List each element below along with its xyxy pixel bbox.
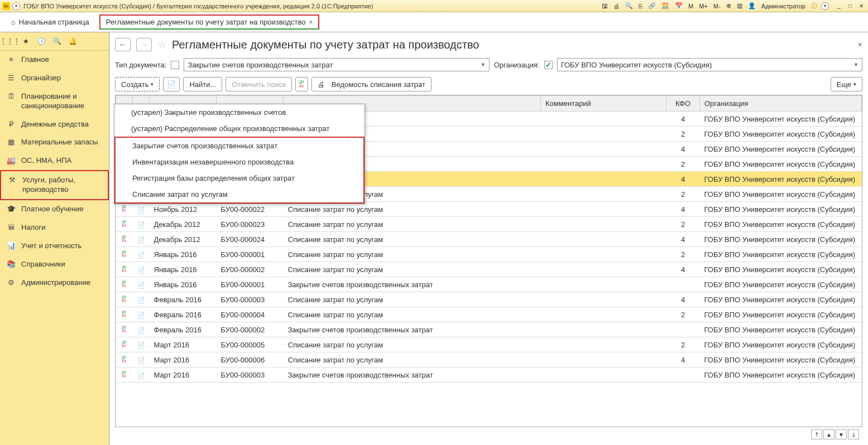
doc-type-checkbox[interactable]	[171, 61, 179, 69]
cancel-search-button[interactable]: Отменить поиск	[226, 77, 292, 91]
planning-icon: 🗓	[7, 92, 16, 100]
sidebar-item-materials[interactable]: ▦Материальные запасы	[0, 133, 109, 152]
sidebar-item-money[interactable]: ₽Денежные средства	[0, 115, 109, 134]
table-row[interactable]: ДтКт📄Январь 2016БУ00-000002Списание затр…	[116, 262, 862, 277]
mem-mplus[interactable]: M+	[697, 3, 709, 9]
cell-comment	[541, 262, 666, 277]
notifications-icon[interactable]: 🔔	[66, 36, 79, 47]
cell-org: ГОБУ ВПО Университет искусств (Субсидия)	[700, 157, 862, 172]
cell-org: ГОБУ ВПО Университет искусств (Субсидия)	[700, 367, 862, 383]
nav-forward-button[interactable]: →	[136, 38, 152, 51]
menu-item[interactable]: Закрытие счетов производственных затрат	[116, 138, 363, 154]
app-logo-icon: 1c	[2, 2, 10, 10]
table-row[interactable]: ДтКт📄Февраль 2016БУ00-000002Закрытие сче…	[116, 322, 862, 337]
sidebar-item-paid-edu[interactable]: 🎓Платное обучение	[0, 200, 109, 219]
sections-icon[interactable]: ⋮⋮⋮	[3, 36, 17, 47]
posted-icon: ДтКт	[122, 295, 127, 303]
cell-org: ГОБУ ВПО Университет искусств (Субсидия)	[700, 337, 862, 352]
info-dropdown[interactable]: ▾	[821, 2, 829, 10]
cell-number: БУ00-000024	[217, 232, 284, 247]
sidebar-item-organizer[interactable]: ☰Органайзер	[0, 69, 109, 88]
tab-home[interactable]: ⌂ Начальная страница	[6, 16, 95, 28]
app-menu-dropdown[interactable]: ▾	[12, 2, 20, 10]
doc-type-label: Тип документа:	[115, 61, 166, 69]
favorite-star-icon[interactable]: ☆	[157, 38, 166, 51]
close-panel-icon[interactable]: ×	[858, 40, 862, 49]
search-icon[interactable]: 🔍	[50, 36, 64, 47]
tool-calendar-icon[interactable]: 📅	[673, 2, 684, 9]
go-down-icon[interactable]: ▼	[836, 429, 847, 439]
tool-compare-icon[interactable]: ⎘	[637, 3, 644, 9]
tool-panel-icon[interactable]: ▥	[735, 2, 744, 9]
more-button[interactable]: Еще▾	[831, 77, 862, 91]
find-button[interactable]: Найти...	[183, 77, 222, 91]
doc-status-icon: 📄	[137, 372, 145, 379]
table-row[interactable]: ДтКт📄Декабрь 2012БУ00-000024Списание зат…	[116, 232, 862, 247]
org-checkbox[interactable]: ✓	[544, 61, 553, 69]
cell-org: ГОБУ ВПО Университет искусств (Субсидия)	[700, 262, 862, 277]
table-row[interactable]: ДтКт📄Январь 2016БУ00-000001Закрытие счет…	[116, 277, 862, 292]
tool-link-icon[interactable]: 🔗	[646, 2, 658, 9]
sidebar-item-admin[interactable]: ⚙Администрирование	[0, 274, 109, 292]
table-row[interactable]: ДтКт📄Декабрь 2012БУ00-000023Списание зат…	[116, 217, 862, 232]
sidebar: ⋮⋮⋮ ★ 🕓 🔍 🔔 ≡Главное ☰Органайзер 🗓Планир…	[0, 32, 109, 445]
table-row[interactable]: ДтКт📄Февраль 2016БУ00-000004Списание зат…	[116, 307, 862, 322]
table-row[interactable]: ДтКт📄Март 2016БУ00-000005Списание затрат…	[116, 337, 862, 352]
sidebar-item-planning[interactable]: 🗓Планирование и санкционирование	[0, 88, 109, 115]
cell-org: ГОБУ ВПО Университет искусств (Субсидия)	[700, 172, 862, 187]
zoom-in-icon[interactable]: ⊕	[725, 2, 733, 9]
history-icon[interactable]: 🕓	[35, 36, 48, 47]
sidebar-item-main[interactable]: ≡Главное	[0, 51, 109, 69]
window-close[interactable]: ✕	[857, 2, 866, 10]
window-maximize[interactable]: □	[846, 2, 855, 10]
cell-date: Декабрь 2012	[150, 217, 217, 232]
org-select[interactable]: ГОБУ ВПО Университет искусств (Субсидия)…	[557, 58, 862, 71]
window-minimize[interactable]: _	[835, 2, 843, 10]
page-title: Регламентные документы по учету затрат н…	[172, 38, 479, 51]
create-button[interactable]: Создать ▾	[115, 77, 160, 91]
cell-date: Март 2016	[150, 337, 217, 352]
menu-item[interactable]: (устарел) Распределение общих производст…	[114, 120, 365, 137]
col-comment[interactable]: Комментарий	[541, 96, 666, 112]
tab-active-label: Регламентные документы по учету затрат н…	[106, 18, 306, 26]
sidebar-item-references[interactable]: 📚Справочники	[0, 255, 109, 274]
sidebar-item-reports[interactable]: 📊Учет и отчетность	[0, 237, 109, 255]
mem-mminus[interactable]: M-	[712, 3, 722, 9]
copy-button[interactable]: 📄	[163, 77, 180, 91]
report-button[interactable]: 🖨 Ведомость списания затрат	[311, 77, 431, 91]
go-start-icon[interactable]: ⤒	[811, 429, 822, 439]
sidebar-item-taxes[interactable]: 🏛Налоги	[0, 219, 109, 237]
cell-org: ГОБУ ВПО Университет искусств (Субсидия)	[700, 277, 862, 292]
cell-number: БУ00-000002	[217, 322, 284, 337]
sidebar-item-services[interactable]: ⚒Услуги, работы, производство	[0, 170, 109, 200]
post-button[interactable]: ДтКт	[295, 77, 308, 91]
menu-item[interactable]: Списание затрат по услугам	[116, 186, 363, 202]
tab-close-icon[interactable]: ×	[309, 18, 313, 26]
go-up-icon[interactable]: ▲	[823, 429, 835, 439]
posted-icon: ДтКт	[122, 235, 127, 243]
go-end-icon[interactable]: ⤓	[848, 429, 859, 439]
col-kfo[interactable]: КФО	[666, 96, 700, 112]
info-icon[interactable]: ⓘ	[809, 2, 819, 10]
mem-m[interactable]: M	[687, 3, 695, 9]
tool-save-icon[interactable]: 🖫	[600, 3, 610, 9]
doc-type-select[interactable]: Закрытие счетов производственных затрат …	[184, 58, 489, 71]
table-row[interactable]: ДтКт📄Март 2016БУ00-000003Закрытие счетов…	[116, 367, 862, 383]
cell-kfo	[666, 277, 700, 292]
table-row[interactable]: ДтКт📄Февраль 2016БУ00-000003Списание зат…	[116, 292, 862, 307]
menu-item[interactable]: (устарел) Закрытие производственных счет…	[114, 104, 365, 120]
menu-item[interactable]: Инвентаризация незавершенного производст…	[116, 154, 363, 170]
tab-active[interactable]: Регламентные документы по учету затрат н…	[99, 14, 320, 30]
favorites-icon[interactable]: ★	[19, 36, 32, 47]
nav-back-button[interactable]: ←	[115, 38, 131, 51]
table-row[interactable]: ДтКт📄Январь 2016БУ00-000001Списание затр…	[116, 247, 862, 262]
tool-calc-icon[interactable]: 🧮	[660, 2, 671, 9]
tool-preview-icon[interactable]: 🔍	[624, 2, 635, 9]
user-name[interactable]: Администратор	[760, 3, 807, 9]
table-row[interactable]: ДтКт📄Март 2016БУ00-000006Списание затрат…	[116, 352, 862, 367]
tool-print-icon[interactable]: 🖨	[612, 3, 621, 9]
menu-item[interactable]: Регистрация базы распределения общих зат…	[116, 170, 363, 186]
col-org[interactable]: Организация	[700, 96, 862, 112]
sidebar-item-assets[interactable]: 🏭ОС, НМА, НПА	[0, 152, 109, 170]
references-icon: 📚	[7, 260, 16, 268]
